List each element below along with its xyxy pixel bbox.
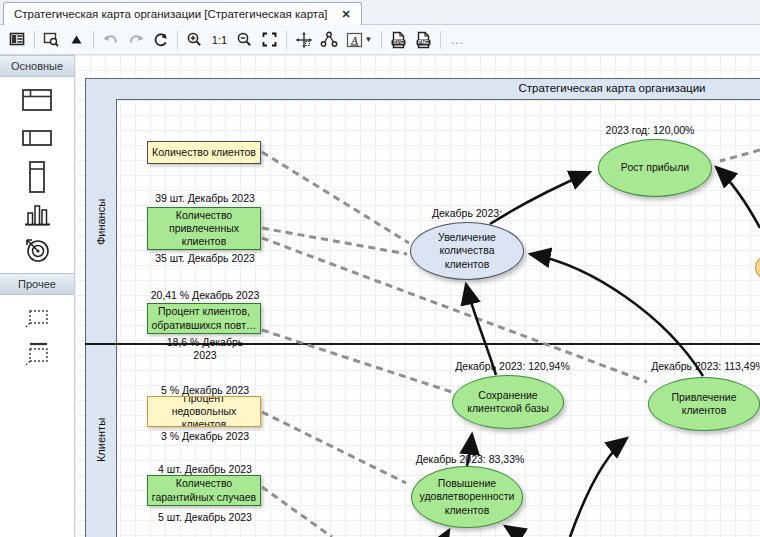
svg-text:A: A	[350, 34, 358, 45]
export-png-icon[interactable]: PNG	[411, 28, 436, 52]
horizontal-lane-icon[interactable]	[0, 121, 74, 155]
goal-target-icon[interactable]	[0, 233, 74, 267]
indicator-fact-label: 5 шт. Декабрь 2023	[135, 511, 275, 524]
indicator-name: Количество привлеченных клиентов	[151, 209, 257, 248]
goal-value-label: Декабрь 2023: 113,49%	[628, 360, 760, 372]
indicator-name: Количество клиентов	[152, 146, 256, 159]
palette-section-label: Основные	[11, 60, 63, 72]
free-shape-line-icon[interactable]	[0, 337, 74, 371]
actual-size-button[interactable]: 1:1	[207, 28, 232, 52]
zoom-in-icon[interactable]	[182, 28, 207, 52]
more-label: ...	[445, 33, 470, 47]
tab-bar: Стратегическая карта организации [Страте…	[0, 0, 760, 25]
indicator-plan-label: 20,41 % Декабрь 2023	[135, 289, 275, 302]
toolbar-separator	[286, 31, 287, 49]
text-style-icon[interactable]: A ▼	[341, 28, 377, 52]
fit-screen-icon[interactable]	[257, 28, 282, 52]
app-window: Стратегическая карта организации [Страте…	[0, 0, 760, 537]
indicator-box[interactable]: Количество клиентов	[147, 141, 261, 164]
indicator-name: Процент недовольных клиентов	[151, 396, 257, 427]
indicator-box[interactable]: Количество привлеченных клиентов	[147, 207, 261, 250]
zoom-out-icon[interactable]	[232, 28, 257, 52]
goal-name: Увеличение количества клиентов	[419, 231, 515, 270]
palette-section-label: Прочее	[18, 278, 56, 290]
hierarchy-icon[interactable]	[316, 28, 341, 52]
indicator-name: Количество гарантийных случаев	[151, 477, 257, 503]
indicator-name: Процент клиентов, обратившихся повт…	[151, 305, 257, 331]
indicator-plan-label: 39 шт. Декабрь 2023	[135, 192, 275, 205]
redo-icon[interactable]	[123, 28, 148, 52]
diagram-title: Стратегическая карта организации	[512, 82, 712, 94]
goal-ellipse[interactable]: Рост прибыли	[598, 139, 712, 197]
indicator-fact-label: 35 шт. Декабрь 2023	[155, 252, 255, 265]
tab-title: Стратегическая карта организации [Страте…	[14, 8, 328, 20]
goal-name: Сохранение клиентской базы	[461, 389, 555, 415]
toolbar-separator	[34, 31, 35, 49]
goal-name: Повышение удовлетворенности клиентов	[420, 477, 515, 516]
lane-label-clients: Клиенты	[95, 380, 107, 500]
diagram-canvas[interactable]: Стратегическая карта организации Финансы…	[75, 55, 760, 537]
goal-value-label: 2023 год: 120,00%	[580, 124, 720, 136]
swimlane-grid-icon[interactable]	[0, 83, 74, 117]
goal-ellipse[interactable]: Увеличение количества клиентов	[410, 222, 524, 280]
indicator-plan-label: 4 шт. Декабрь 2023	[135, 463, 275, 476]
toolbar-separator	[440, 31, 441, 49]
indicator-fact-label: 3 % Декабрь 2023	[135, 430, 275, 443]
svg-label-glyph: SVG	[393, 39, 404, 45]
shape-palette: Основные Прочее	[0, 55, 75, 537]
palette-section-main[interactable]: Основные	[0, 55, 74, 77]
chevron-down-icon: ▼	[365, 35, 373, 44]
goal-ellipse[interactable]: Повышение удовлетворенности клиентов	[411, 466, 523, 528]
toolbar-separator	[381, 31, 382, 49]
indicator-box[interactable]: Количество гарантийных случаев	[147, 475, 261, 506]
tab-strategic-map[interactable]: Стратегическая карта организации [Страте…	[3, 2, 362, 25]
properties-icon[interactable]	[5, 28, 30, 52]
toolbar: 1:1 A ▼ SVG PNG ...	[0, 25, 760, 55]
toolbar-overflow-button[interactable]: ...	[445, 28, 470, 52]
toolbar-separator	[177, 31, 178, 49]
export-svg-icon[interactable]: SVG	[386, 28, 411, 52]
bar-chart-icon[interactable]	[0, 197, 74, 231]
goal-name: Рост прибыли	[621, 161, 689, 174]
lane-label-finances: Финансы	[95, 162, 107, 282]
toolbar-separator	[93, 31, 94, 49]
scale-label: 1:1	[210, 34, 229, 46]
tab-close-icon[interactable]: ✕	[342, 8, 351, 21]
png-label-glyph: PNG	[418, 39, 429, 45]
goal-name: Привлечение клиентов	[657, 391, 751, 417]
indicator-box[interactable]: Процент недовольных клиентов	[147, 396, 261, 427]
triangle-up-icon[interactable]	[64, 28, 89, 52]
indicator-plan-label: 5 % Декабрь 2023	[135, 384, 275, 397]
indicator-box[interactable]: Процент клиентов, обратившихся повт…	[147, 303, 261, 334]
diagram-find-icon[interactable]	[39, 28, 64, 52]
refresh-icon[interactable]	[148, 28, 173, 52]
vertical-lane-icon[interactable]	[0, 155, 74, 199]
goal-value-label: Декабрь 2023:	[397, 207, 537, 219]
free-shape-icon[interactable]	[0, 301, 74, 335]
goal-value-label: Декабрь 2023: 83,33%	[395, 453, 545, 465]
goal-ellipse[interactable]: Сохранение клиентской базы	[452, 375, 564, 429]
pan-icon[interactable]	[291, 28, 316, 52]
indicator-fact-label: 18,6 % Декабрь 2023	[155, 336, 255, 361]
undo-icon[interactable]	[98, 28, 123, 52]
offscreen-shape-sliver[interactable]	[755, 257, 760, 278]
palette-section-other[interactable]: Прочее	[0, 273, 74, 295]
goal-ellipse[interactable]: Привлечение клиентов	[648, 377, 760, 431]
goal-value-label: Декабрь 2023: 120,94%	[435, 360, 590, 372]
